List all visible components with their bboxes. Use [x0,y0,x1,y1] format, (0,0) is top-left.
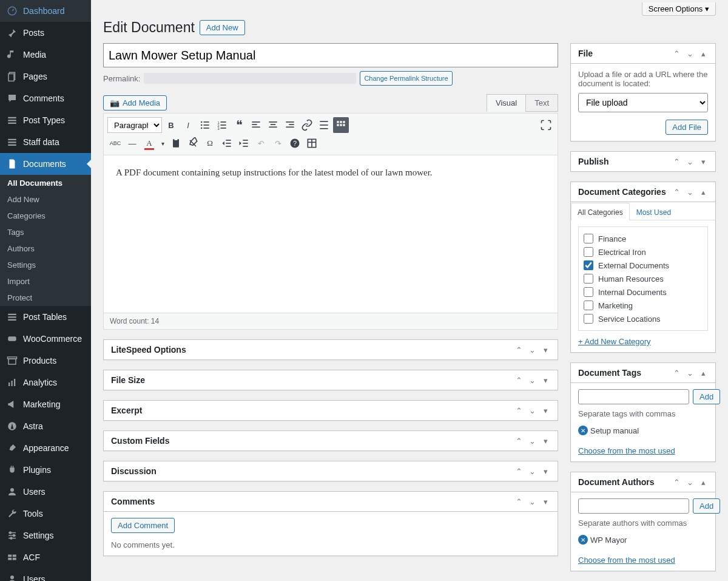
move-up-icon[interactable]: ⌃ [514,467,524,476]
move-down-icon[interactable]: ⌄ [527,437,537,446]
move-down-icon[interactable]: ⌄ [527,467,537,476]
submenu-item-protect[interactable]: Protect [0,290,91,306]
toggle-icon[interactable]: ▴ [698,369,708,378]
add-new-button[interactable]: Add New [200,20,245,35]
change-permalink-button[interactable]: Change Permalink Structure [360,71,452,86]
undo-icon[interactable]: ↶ [253,135,269,151]
toggle-icon[interactable]: ▾ [541,497,550,506]
move-down-icon[interactable]: ⌄ [527,497,537,506]
toggle-icon[interactable]: ▾ [541,376,550,385]
italic-icon[interactable]: I [180,117,196,133]
move-up-icon[interactable]: ⌃ [672,478,681,487]
indent-icon[interactable] [236,135,252,151]
editor-content[interactable]: A PDF document containing setup instruct… [103,155,558,313]
tab-visual[interactable]: Visual [487,94,526,112]
add-comment-button[interactable]: Add Comment [111,518,175,533]
strikethrough-icon[interactable]: ABC [107,135,123,151]
link-icon[interactable] [299,117,315,133]
category-checkbox[interactable] [584,234,593,243]
help-icon[interactable]: ? [287,135,303,151]
sidebar-item-astra[interactable]: Astra [0,415,91,437]
move-down-icon[interactable]: ⌄ [685,49,695,58]
toggle-icon[interactable]: ▾ [698,157,708,166]
add-author-button[interactable]: Add [693,498,720,514]
category-item[interactable]: Finance [584,232,703,245]
sidebar-item-analytics[interactable]: Analytics [0,372,91,393]
add-file-button[interactable]: Add File [666,120,708,135]
paste-text-icon[interactable] [168,135,184,151]
toggle-icon[interactable]: ▾ [541,437,550,446]
move-up-icon[interactable]: ⌃ [514,437,524,446]
move-up-icon[interactable]: ⌃ [514,406,524,415]
sidebar-item-woocommerce[interactable]: WooCommerce [0,328,91,350]
category-item[interactable]: Marketing [584,299,703,312]
category-item[interactable]: Internal Documents [584,285,703,299]
table-icon[interactable] [304,135,320,151]
sidebar-item-settings[interactable]: Settings [0,525,91,546]
choose-most-used-authors-link[interactable]: Choose from the most used [578,556,675,565]
choose-most-used-tags-link[interactable]: Choose from the most used [578,446,675,455]
read-more-icon[interactable] [316,117,332,133]
tags-input[interactable] [578,389,689,404]
sidebar-item-appearance[interactable]: Appearance [0,437,91,459]
redo-icon[interactable]: ↷ [270,135,286,151]
toggle-icon[interactable]: ▴ [698,478,708,487]
submenu-item-import[interactable]: Import [0,273,91,290]
align-center-icon[interactable] [265,117,281,133]
submenu-item-settings[interactable]: Settings [0,257,91,273]
category-checkbox[interactable] [584,287,593,297]
toggle-icon[interactable]: ▾ [541,345,550,355]
sidebar-item-dashboard[interactable]: Dashboard [0,0,91,22]
move-down-icon[interactable]: ⌄ [527,406,537,415]
sidebar-item-acf[interactable]: ACF [0,546,91,568]
text-color-icon[interactable]: A [141,135,157,151]
submenu-item-add-new[interactable]: Add New [0,191,91,208]
sidebar-item-marketing[interactable]: Marketing [0,393,91,415]
toggle-icon[interactable]: ▾ [541,406,550,415]
move-down-icon[interactable]: ⌄ [527,376,537,385]
blockquote-icon[interactable]: ❝ [231,117,247,133]
distraction-free-icon[interactable] [538,117,554,133]
remove-author-icon[interactable]: ✕ [578,535,588,545]
sidebar-item-posts[interactable]: Posts [0,22,91,44]
category-checkbox[interactable] [584,301,593,310]
clear-formatting-icon[interactable] [185,135,201,151]
sidebar-item-tools[interactable]: Tools [0,503,91,525]
toolbar-toggle-icon[interactable] [333,117,349,133]
sidebar-item-staff-data[interactable]: Staff data [0,131,91,153]
special-char-icon[interactable]: Ω [202,135,218,151]
move-up-icon[interactable]: ⌃ [672,157,681,166]
sidebar-item-plugins[interactable]: Plugins [0,459,91,481]
toggle-icon[interactable]: ▾ [541,467,550,476]
sidebar-item-comments[interactable]: Comments [0,87,91,109]
submenu-item-authors[interactable]: Authors [0,240,91,257]
bullet-list-icon[interactable] [197,117,213,133]
tab-all-categories[interactable]: All Categories [571,203,630,220]
submenu-item-all-documents[interactable]: All Documents [0,175,91,191]
move-up-icon[interactable]: ⌃ [672,188,681,197]
sidebar-item-products[interactable]: Products [0,350,91,372]
sidebar-item-media[interactable]: Media [0,44,91,66]
move-down-icon[interactable]: ⌄ [685,188,695,197]
sidebar-item-documents[interactable]: Documents [0,153,91,175]
add-tag-button[interactable]: Add [693,389,720,404]
category-checkbox[interactable] [584,314,593,324]
file-type-select[interactable]: File upload [578,93,708,112]
category-item[interactable]: Electrical Iron [584,245,703,259]
move-up-icon[interactable]: ⌃ [514,497,524,506]
toggle-icon[interactable]: ▴ [698,188,708,197]
sidebar-item-post-tables[interactable]: Post Tables [0,306,91,328]
authors-input[interactable] [578,498,689,514]
tab-most-used[interactable]: Most Used [630,203,678,220]
move-down-icon[interactable]: ⌄ [685,369,695,378]
text-color-dropdown-icon[interactable]: ▾ [158,135,167,151]
remove-tag-icon[interactable]: ✕ [578,426,588,435]
move-up-icon[interactable]: ⌃ [514,345,524,355]
category-checkbox[interactable] [584,260,593,270]
category-item[interactable]: Human Resources [584,272,703,285]
move-up-icon[interactable]: ⌃ [672,49,681,58]
add-media-button[interactable]: 📷 Add Media [103,95,167,110]
submenu-item-categories[interactable]: Categories [0,208,91,224]
document-title-input[interactable] [103,43,558,67]
move-down-icon[interactable]: ⌄ [527,345,537,355]
